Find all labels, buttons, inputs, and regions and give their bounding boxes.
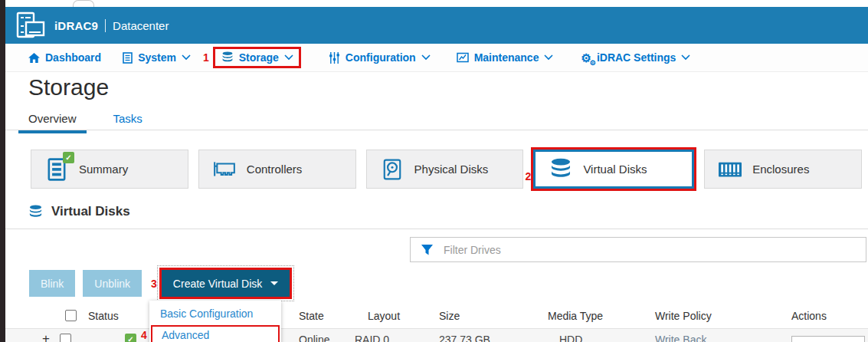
nav-item-configuration[interactable]: Configuration xyxy=(329,51,431,64)
create-virtual-disk-button[interactable]: Create Virtual Disk xyxy=(162,270,290,297)
virtual-disks-table-header: Status State Layout Size Media Type Writ… xyxy=(5,303,868,328)
menu-item-basic-configuration[interactable]: Basic Configuration xyxy=(149,304,281,324)
cell-write-policy: Write Back xyxy=(655,334,706,342)
health-ok-badge: ✓ xyxy=(63,152,74,163)
virtual-disks-database-icon xyxy=(549,157,572,182)
create-virtual-disk-label: Create Virtual Disk xyxy=(173,278,262,290)
tab-tasks[interactable]: Tasks xyxy=(103,112,152,133)
col-write-policy: Write Policy xyxy=(655,310,712,322)
cell-layout: RAID 0 xyxy=(355,334,389,342)
annotation-step-3: 3 xyxy=(151,278,157,290)
row-checkbox[interactable] xyxy=(60,334,71,342)
col-status: Status xyxy=(88,310,119,322)
row-actions-select[interactable] xyxy=(791,336,865,342)
nav-label: Configuration xyxy=(346,51,416,64)
nav-item-idrac-settings[interactable]: ⚙ ⚙ iDRAC Settings xyxy=(581,51,690,64)
brand-name: iDRAC9 xyxy=(54,19,98,32)
card-controllers[interactable]: Controllers xyxy=(198,150,356,189)
cell-media-type: HDD xyxy=(559,334,582,342)
select-all-checkbox[interactable] xyxy=(65,310,77,321)
section-divider xyxy=(5,229,868,229)
chevron-down-icon xyxy=(544,54,553,61)
virtual-disk-row: + ✓ Online RAID 0 237.73 GB HDD Write Ba… xyxy=(5,328,868,342)
page-title: Storage xyxy=(28,74,109,100)
col-size: Size xyxy=(439,310,460,322)
create-virtual-disk-menu: Basic Configuration 4 Advanced Configura… xyxy=(149,301,281,342)
nav-label: Storage xyxy=(239,51,279,64)
col-state: State xyxy=(299,310,324,322)
chevron-down-icon xyxy=(284,54,293,61)
enclosure-icon xyxy=(719,157,742,182)
col-media-type: Media Type xyxy=(548,310,603,322)
annotation-step-2: 2 xyxy=(525,170,531,183)
gears-icon: ⚙ ⚙ xyxy=(581,52,591,64)
physical-disk-icon xyxy=(381,157,404,182)
database-icon xyxy=(221,51,234,64)
annotation-step-4: 4 xyxy=(141,329,147,341)
unblink-button[interactable]: Unblink xyxy=(83,270,142,297)
card-label: Virtual Disks xyxy=(583,163,647,176)
card-virtual-disks[interactable]: 2 Virtual Disks xyxy=(533,150,694,189)
col-layout: Layout xyxy=(368,310,400,322)
menu-item-label: Advanced Configuration xyxy=(162,329,225,342)
brand-divider xyxy=(105,19,106,32)
card-physical-disks[interactable]: Physical Disks xyxy=(366,150,524,189)
product-name: Datacenter xyxy=(113,19,169,32)
page-tabs: Overview Tasks xyxy=(28,112,152,133)
idrac-logo-icon xyxy=(15,11,46,40)
nav-item-maintenance[interactable]: Maintenance xyxy=(457,51,554,64)
home-icon xyxy=(28,53,40,63)
nav-label: Dashboard xyxy=(45,51,101,64)
chevron-down-icon xyxy=(681,54,690,61)
controller-card-icon xyxy=(213,157,236,182)
sliders-icon xyxy=(329,52,340,64)
nav-label: Maintenance xyxy=(474,51,539,64)
card-label: Physical Disks xyxy=(414,163,489,176)
card-summary[interactable]: ✓ Summary xyxy=(31,150,188,189)
filter-drives-input[interactable] xyxy=(444,244,866,256)
chevron-down-icon xyxy=(421,54,431,61)
row-expand-icon[interactable]: + xyxy=(42,332,50,342)
main-nav: Dashboard System 1 Storage xyxy=(5,44,868,72)
card-label: Controllers xyxy=(247,163,303,176)
chevron-down-icon xyxy=(182,54,191,61)
menu-item-advanced-configuration[interactable]: 4 Advanced Configuration xyxy=(151,325,280,342)
virtual-disks-section-header: Virtual Disks xyxy=(28,204,130,219)
filter-funnel-icon xyxy=(421,244,434,256)
nav-label: System xyxy=(138,51,176,64)
blink-button[interactable]: Blink xyxy=(29,270,75,297)
card-label: Summary xyxy=(79,163,128,176)
nav-item-system[interactable]: System xyxy=(123,51,191,64)
virtual-disks-toolbar: Blink Unblink 3 Create Virtual Disk xyxy=(29,270,290,297)
annotation-box-storage: Storage xyxy=(213,47,301,68)
status-ok-icon: ✓ xyxy=(125,334,136,342)
card-label: Enclosures xyxy=(752,163,809,176)
cell-size: 237.73 GB xyxy=(439,334,490,342)
database-icon xyxy=(28,205,43,219)
tab-overview[interactable]: Overview xyxy=(18,112,87,133)
cell-state: Online xyxy=(299,334,329,342)
filter-drives-box xyxy=(410,237,866,262)
storage-category-cards: ✓ Summary Controllers xyxy=(31,150,862,189)
server-icon xyxy=(123,52,133,64)
chart-panel-icon xyxy=(457,52,469,63)
caret-down-icon xyxy=(270,281,278,285)
nav-item-storage[interactable]: Storage xyxy=(221,51,293,64)
window-edge-strip xyxy=(0,0,5,342)
summary-server-icon: ✓ xyxy=(45,157,68,182)
browser-tab-remnant xyxy=(73,0,94,7)
card-enclosures[interactable]: Enclosures xyxy=(704,150,862,189)
col-actions: Actions xyxy=(791,310,827,322)
nav-label: iDRAC Settings xyxy=(597,51,676,64)
browser-chrome-strip xyxy=(5,0,868,7)
app-header: iDRAC9 Datacenter xyxy=(5,7,868,44)
section-title: Virtual Disks xyxy=(51,204,130,219)
nav-item-dashboard[interactable]: Dashboard xyxy=(28,51,101,64)
annotation-step-1: 1 xyxy=(203,51,209,64)
